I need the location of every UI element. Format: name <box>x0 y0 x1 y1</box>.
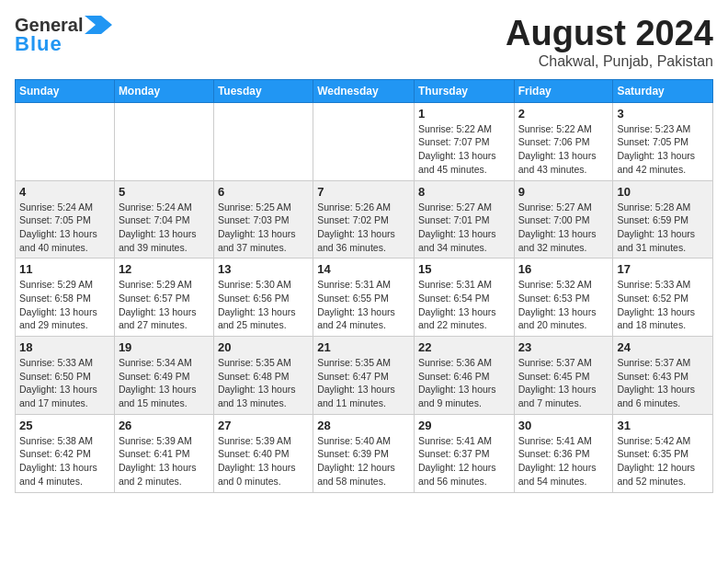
cell-day-number: 16 <box>518 262 609 276</box>
cell-day-number: 22 <box>418 340 510 354</box>
calendar-cell: 19Sunrise: 5:34 AM Sunset: 6:49 PM Dayli… <box>114 337 213 415</box>
cell-info-text: Sunrise: 5:30 AM Sunset: 6:56 PM Dayligh… <box>218 278 309 332</box>
cell-day-number: 8 <box>418 185 510 199</box>
logo-blue-text: Blue <box>15 33 63 55</box>
cell-info-text: Sunrise: 5:41 AM Sunset: 6:37 PM Dayligh… <box>418 434 510 488</box>
cell-info-text: Sunrise: 5:38 AM Sunset: 6:42 PM Dayligh… <box>19 434 110 488</box>
cell-info-text: Sunrise: 5:25 AM Sunset: 7:03 PM Dayligh… <box>218 201 309 255</box>
calendar-cell: 20Sunrise: 5:35 AM Sunset: 6:48 PM Dayli… <box>213 337 313 415</box>
cell-day-number: 14 <box>317 262 410 276</box>
header-day-sunday: Sunday <box>16 79 115 102</box>
calendar-cell: 5Sunrise: 5:24 AM Sunset: 7:04 PM Daylig… <box>114 180 213 259</box>
calendar-cell: 18Sunrise: 5:33 AM Sunset: 6:50 PM Dayli… <box>16 337 115 415</box>
cell-info-text: Sunrise: 5:40 AM Sunset: 6:39 PM Dayligh… <box>317 434 410 488</box>
calendar-cell <box>16 102 115 180</box>
cell-info-text: Sunrise: 5:42 AM Sunset: 6:35 PM Dayligh… <box>617 434 709 488</box>
calendar-cell: 14Sunrise: 5:31 AM Sunset: 6:55 PM Dayli… <box>313 259 415 337</box>
header-day-thursday: Thursday <box>414 79 514 102</box>
cell-day-number: 19 <box>119 340 210 354</box>
header-day-saturday: Saturday <box>613 79 713 102</box>
cell-day-number: 4 <box>19 185 110 199</box>
svg-marker-0 <box>85 16 112 34</box>
header-day-monday: Monday <box>114 79 213 102</box>
title-area: August 2024 Chakwal, Punjab, Pakistan <box>506 15 713 70</box>
calendar-cell: 6Sunrise: 5:25 AM Sunset: 7:03 PM Daylig… <box>213 180 313 259</box>
cell-day-number: 21 <box>317 340 410 354</box>
cell-info-text: Sunrise: 5:36 AM Sunset: 6:46 PM Dayligh… <box>418 356 510 410</box>
cell-info-text: Sunrise: 5:39 AM Sunset: 6:41 PM Dayligh… <box>119 434 210 488</box>
cell-info-text: Sunrise: 5:32 AM Sunset: 6:53 PM Dayligh… <box>518 278 609 332</box>
cell-info-text: Sunrise: 5:41 AM Sunset: 6:36 PM Dayligh… <box>518 434 609 488</box>
main-title: August 2024 <box>506 15 713 53</box>
calendar-cell: 23Sunrise: 5:37 AM Sunset: 6:45 PM Dayli… <box>514 337 613 415</box>
calendar-cell: 12Sunrise: 5:29 AM Sunset: 6:57 PM Dayli… <box>114 259 213 337</box>
calendar-cell: 30Sunrise: 5:41 AM Sunset: 6:36 PM Dayli… <box>514 414 613 492</box>
cell-day-number: 15 <box>418 262 510 276</box>
calendar-cell: 25Sunrise: 5:38 AM Sunset: 6:42 PM Dayli… <box>16 414 115 492</box>
calendar-cell: 16Sunrise: 5:32 AM Sunset: 6:53 PM Dayli… <box>514 259 613 337</box>
calendar-cell: 8Sunrise: 5:27 AM Sunset: 7:01 PM Daylig… <box>414 180 514 259</box>
calendar-cell <box>213 102 313 180</box>
logo: General Blue <box>15 15 112 55</box>
logo-arrow-icon <box>85 16 112 34</box>
calendar-cell <box>114 102 213 180</box>
calendar-cell: 13Sunrise: 5:30 AM Sunset: 6:56 PM Dayli… <box>213 259 313 337</box>
cell-day-number: 18 <box>19 340 110 354</box>
cell-info-text: Sunrise: 5:31 AM Sunset: 6:55 PM Dayligh… <box>317 278 410 332</box>
sub-title: Chakwal, Punjab, Pakistan <box>506 53 713 70</box>
calendar-header-row: SundayMondayTuesdayWednesdayThursdayFrid… <box>16 79 713 102</box>
cell-info-text: Sunrise: 5:35 AM Sunset: 6:48 PM Dayligh… <box>218 356 309 410</box>
calendar-week-row: 11Sunrise: 5:29 AM Sunset: 6:58 PM Dayli… <box>16 259 713 337</box>
cell-info-text: Sunrise: 5:31 AM Sunset: 6:54 PM Dayligh… <box>418 278 510 332</box>
cell-day-number: 25 <box>19 419 110 432</box>
calendar-cell: 28Sunrise: 5:40 AM Sunset: 6:39 PM Dayli… <box>313 414 415 492</box>
calendar-cell: 29Sunrise: 5:41 AM Sunset: 6:37 PM Dayli… <box>414 414 514 492</box>
cell-day-number: 30 <box>518 419 609 432</box>
calendar-cell: 31Sunrise: 5:42 AM Sunset: 6:35 PM Dayli… <box>613 414 713 492</box>
cell-day-number: 7 <box>317 185 410 199</box>
cell-day-number: 3 <box>617 107 709 121</box>
calendar-cell: 17Sunrise: 5:33 AM Sunset: 6:52 PM Dayli… <box>613 259 713 337</box>
calendar-cell: 7Sunrise: 5:26 AM Sunset: 7:02 PM Daylig… <box>313 180 415 259</box>
cell-day-number: 12 <box>119 262 210 276</box>
cell-info-text: Sunrise: 5:35 AM Sunset: 6:47 PM Dayligh… <box>317 356 410 410</box>
cell-day-number: 23 <box>518 340 609 354</box>
cell-info-text: Sunrise: 5:27 AM Sunset: 7:00 PM Dayligh… <box>518 201 609 255</box>
cell-info-text: Sunrise: 5:22 AM Sunset: 7:07 PM Dayligh… <box>418 122 510 177</box>
cell-info-text: Sunrise: 5:26 AM Sunset: 7:02 PM Dayligh… <box>317 201 410 255</box>
calendar-table: SundayMondayTuesdayWednesdayThursdayFrid… <box>15 79 713 493</box>
calendar-cell <box>313 102 415 180</box>
cell-day-number: 24 <box>617 340 709 354</box>
calendar-cell: 22Sunrise: 5:36 AM Sunset: 6:46 PM Dayli… <box>414 337 514 415</box>
cell-day-number: 13 <box>218 262 309 276</box>
calendar-cell: 26Sunrise: 5:39 AM Sunset: 6:41 PM Dayli… <box>114 414 213 492</box>
cell-info-text: Sunrise: 5:24 AM Sunset: 7:04 PM Dayligh… <box>119 201 210 255</box>
cell-day-number: 9 <box>518 185 609 199</box>
cell-info-text: Sunrise: 5:29 AM Sunset: 6:58 PM Dayligh… <box>19 278 110 332</box>
calendar-week-row: 1Sunrise: 5:22 AM Sunset: 7:07 PM Daylig… <box>16 102 713 180</box>
cell-day-number: 26 <box>119 419 210 432</box>
header-day-tuesday: Tuesday <box>213 79 313 102</box>
header-day-wednesday: Wednesday <box>313 79 415 102</box>
cell-info-text: Sunrise: 5:22 AM Sunset: 7:06 PM Dayligh… <box>518 122 609 177</box>
cell-day-number: 27 <box>218 419 309 432</box>
cell-day-number: 31 <box>617 419 709 432</box>
cell-day-number: 28 <box>317 419 410 432</box>
calendar-cell: 15Sunrise: 5:31 AM Sunset: 6:54 PM Dayli… <box>414 259 514 337</box>
calendar-cell: 27Sunrise: 5:39 AM Sunset: 6:40 PM Dayli… <box>213 414 313 492</box>
calendar-cell: 3Sunrise: 5:23 AM Sunset: 7:05 PM Daylig… <box>613 102 713 180</box>
cell-day-number: 2 <box>518 107 609 121</box>
calendar-cell: 10Sunrise: 5:28 AM Sunset: 6:59 PM Dayli… <box>613 180 713 259</box>
cell-info-text: Sunrise: 5:27 AM Sunset: 7:01 PM Dayligh… <box>418 201 510 255</box>
cell-info-text: Sunrise: 5:33 AM Sunset: 6:52 PM Dayligh… <box>617 278 709 332</box>
cell-info-text: Sunrise: 5:28 AM Sunset: 6:59 PM Dayligh… <box>617 201 709 255</box>
calendar-cell: 4Sunrise: 5:24 AM Sunset: 7:05 PM Daylig… <box>16 180 115 259</box>
cell-info-text: Sunrise: 5:37 AM Sunset: 6:43 PM Dayligh… <box>617 356 709 410</box>
cell-info-text: Sunrise: 5:39 AM Sunset: 6:40 PM Dayligh… <box>218 434 309 488</box>
calendar-cell: 1Sunrise: 5:22 AM Sunset: 7:07 PM Daylig… <box>414 102 514 180</box>
cell-day-number: 5 <box>119 185 210 199</box>
cell-day-number: 20 <box>218 340 309 354</box>
header-day-friday: Friday <box>514 79 613 102</box>
cell-day-number: 6 <box>218 185 309 199</box>
cell-info-text: Sunrise: 5:33 AM Sunset: 6:50 PM Dayligh… <box>19 356 110 410</box>
